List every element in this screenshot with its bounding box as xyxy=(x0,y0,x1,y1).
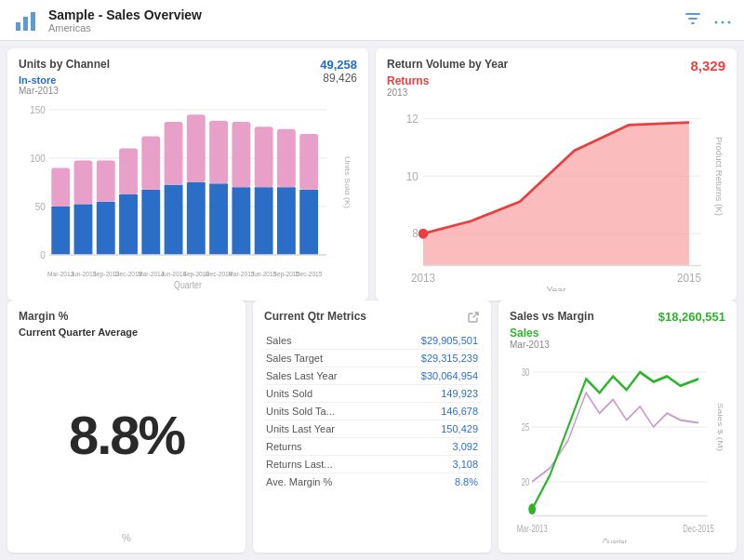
metrics-row-value: 3,108 xyxy=(383,456,480,473)
svg-text:20: 20 xyxy=(522,476,530,488)
units-header: Units by Channel In-store Mar-2013 49,25… xyxy=(19,58,357,96)
header-left: Sample - Sales Overview Americas xyxy=(13,7,202,33)
metrics-row: Sales Target$29,315,239 xyxy=(264,350,480,367)
metrics-panel: Current Qtr Metrics Sales$29,905,501Sale… xyxy=(253,300,491,553)
margin-bottom-label: % xyxy=(19,528,234,543)
svg-rect-40 xyxy=(232,122,250,187)
svg-rect-34 xyxy=(187,114,206,182)
return-chart: 12 10 8 Product Returns (K) 2013 2015 xyxy=(387,100,725,291)
metrics-row-label: Units Last Year xyxy=(264,420,383,438)
metrics-row-value: 146,678 xyxy=(383,403,480,420)
metrics-row: Units Last Year150,429 xyxy=(264,420,480,438)
units-by-channel-panel: Units by Channel In-store Mar-2013 49,25… xyxy=(7,48,368,300)
metrics-row: Units Sold Ta...146,678 xyxy=(264,403,480,420)
return-title-block: Return Volume by Year Returns 2013 xyxy=(387,58,508,98)
svg-text:Quarter: Quarter xyxy=(603,536,628,543)
metrics-row-label: Returns xyxy=(264,438,383,456)
svg-rect-39 xyxy=(232,187,250,255)
header-right xyxy=(684,10,731,31)
sales-title: Sales vs Margin xyxy=(510,310,594,323)
sales-margin-panel: Sales vs Margin Sales Mar-2013 $18,260,5… xyxy=(498,300,737,553)
metrics-row-value: 150,429 xyxy=(383,420,480,438)
metrics-row: Returns3,092 xyxy=(264,438,480,456)
svg-rect-33 xyxy=(187,182,206,255)
header-title-block: Sample - Sales Overview Americas xyxy=(48,7,202,33)
svg-text:30: 30 xyxy=(522,367,530,379)
svg-text:150: 150 xyxy=(30,103,46,115)
metrics-row-value: $29,905,501 xyxy=(383,332,480,350)
svg-rect-28 xyxy=(141,137,160,190)
metrics-row-value: 149,923 xyxy=(383,385,480,403)
svg-text:Year: Year xyxy=(546,284,565,291)
svg-rect-18 xyxy=(74,204,93,255)
svg-text:2015: 2015 xyxy=(677,272,701,285)
units-period: Mar-2013 xyxy=(19,86,110,96)
metrics-row: Returns Last...3,108 xyxy=(264,456,480,473)
return-header: Return Volume by Year Returns 2013 8,329 xyxy=(387,58,725,98)
sales-title-block: Sales vs Margin Sales Mar-2013 xyxy=(510,310,594,350)
metrics-title: Current Qtr Metrics xyxy=(264,310,366,323)
svg-rect-21 xyxy=(97,202,115,255)
margin-value-container: 8.8% xyxy=(19,341,234,528)
margin-subtitle: Current Quarter Average xyxy=(19,327,234,338)
return-legend-label: Returns xyxy=(387,74,508,87)
svg-text:100: 100 xyxy=(30,152,46,164)
metrics-table: Sales$29,905,501Sales Target$29,315,239S… xyxy=(264,332,480,490)
sales-period: Mar-2013 xyxy=(510,340,594,350)
units-legend: 49,258 89,426 xyxy=(320,58,357,85)
svg-rect-16 xyxy=(51,167,70,207)
metrics-row-value: 8.8% xyxy=(383,473,480,491)
metrics-row: Sales Last Year$30,064,954 xyxy=(264,367,480,385)
svg-text:Product Returns (K): Product Returns (K) xyxy=(714,137,724,216)
svg-rect-25 xyxy=(119,149,138,194)
svg-point-72 xyxy=(528,503,536,514)
link-icon[interactable] xyxy=(467,311,480,327)
metrics-row-label: Returns Last... xyxy=(264,456,383,473)
return-value: 8,329 xyxy=(690,58,725,73)
svg-point-3 xyxy=(715,20,718,23)
margin-panel: Margin % Current Quarter Average 8.8% % xyxy=(7,300,246,553)
metrics-row-label: Units Sold Ta... xyxy=(264,403,383,420)
more-options-icon[interactable] xyxy=(714,12,731,29)
svg-text:2013: 2013 xyxy=(411,272,435,285)
units-chart: 150 100 50 0 Units Sold (K) Mar-2013 Jun… xyxy=(19,98,357,291)
svg-point-5 xyxy=(728,20,731,23)
svg-rect-22 xyxy=(97,161,115,202)
metrics-row-label: Ave. Margin % xyxy=(264,473,383,491)
svg-rect-42 xyxy=(255,187,273,255)
svg-rect-49 xyxy=(299,134,318,190)
metrics-row: Sales$29,905,501 xyxy=(264,332,480,350)
return-value-block: 8,329 xyxy=(690,58,725,98)
metrics-row-label: Units Sold xyxy=(264,385,383,403)
filter-icon[interactable] xyxy=(684,10,701,31)
return-title: Return Volume by Year xyxy=(387,58,508,71)
bottom-row: Margin % Current Quarter Average 8.8% % … xyxy=(0,300,744,560)
metrics-row-label: Sales xyxy=(264,332,383,350)
svg-text:Dec-2015: Dec-2015 xyxy=(683,523,714,535)
svg-text:Units Sold (K): Units Sold (K) xyxy=(343,156,352,208)
svg-rect-43 xyxy=(255,127,273,187)
units-value-blue: 49,258 xyxy=(320,58,357,72)
svg-rect-46 xyxy=(277,129,296,187)
page-subtitle: Americas xyxy=(48,22,202,33)
sales-legend-label: Sales xyxy=(510,327,594,340)
svg-rect-19 xyxy=(74,161,93,205)
svg-rect-2 xyxy=(31,12,35,31)
return-volume-panel: Return Volume by Year Returns 2013 8,329… xyxy=(376,48,737,300)
svg-text:25: 25 xyxy=(522,421,530,433)
svg-text:10: 10 xyxy=(406,169,418,182)
svg-rect-30 xyxy=(165,185,183,255)
svg-text:Quarter: Quarter xyxy=(174,280,203,291)
svg-rect-31 xyxy=(165,122,183,185)
svg-rect-1 xyxy=(23,17,28,31)
page-title: Sample - Sales Overview xyxy=(48,7,202,22)
svg-text:50: 50 xyxy=(35,200,46,212)
margin-big-value: 8.8% xyxy=(69,404,184,466)
metrics-row: Units Sold149,923 xyxy=(264,385,480,403)
units-legend-label: In-store xyxy=(19,74,110,86)
svg-text:0: 0 xyxy=(40,248,46,260)
header: Sample - Sales Overview Americas xyxy=(0,0,744,41)
chart-icon xyxy=(13,7,39,33)
units-title: Units by Channel xyxy=(19,58,110,71)
svg-rect-15 xyxy=(51,207,70,255)
